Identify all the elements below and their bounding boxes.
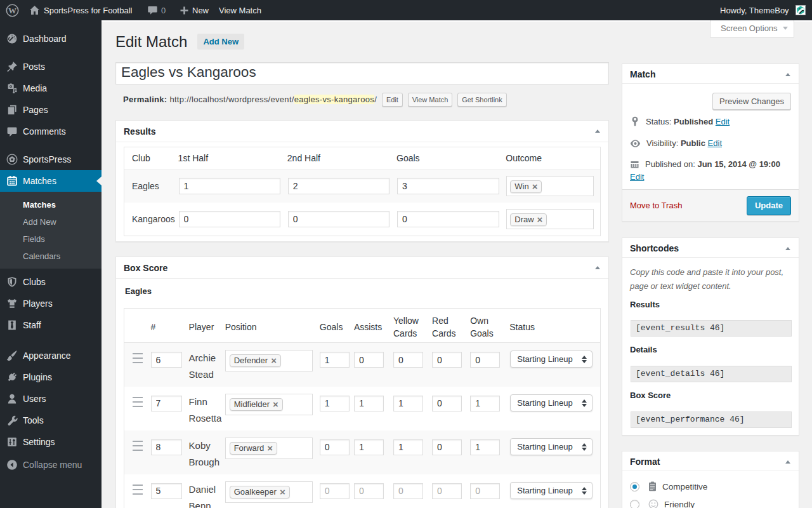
svg-text:W: W: [8, 5, 16, 15]
